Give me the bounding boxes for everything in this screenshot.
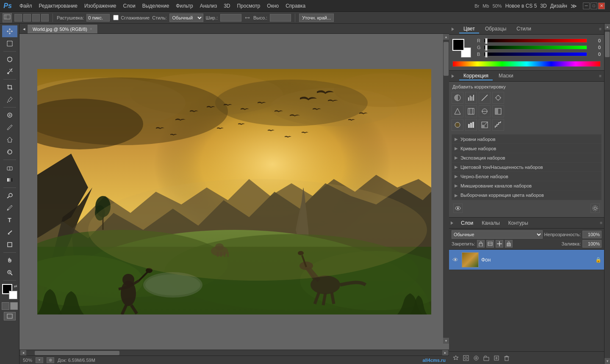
lock-image-btn[interactable] bbox=[486, 240, 494, 248]
panel-scroll-thumb[interactable] bbox=[605, 32, 610, 57]
correction-settings-icon[interactable] bbox=[591, 204, 600, 213]
width-input[interactable] bbox=[220, 14, 241, 22]
menu-layers[interactable]: Слои bbox=[120, 2, 139, 10]
move-tool[interactable] bbox=[2, 25, 17, 37]
swap-wh-icon[interactable] bbox=[244, 14, 251, 21]
correction-eye-icon[interactable] bbox=[453, 204, 463, 213]
opacity-input[interactable] bbox=[582, 231, 602, 238]
menu-help[interactable]: Справка bbox=[282, 2, 309, 10]
color-spectrum[interactable] bbox=[452, 61, 601, 67]
panel-collapse-btn[interactable] bbox=[452, 25, 458, 34]
menu-3d[interactable]: 3D bbox=[220, 2, 233, 10]
menu-select[interactable]: Выделение bbox=[139, 2, 173, 10]
correction-collapse-btn[interactable] bbox=[452, 72, 458, 81]
color-tab[interactable]: Цвет bbox=[459, 25, 479, 33]
layers-content[interactable]: 👁 Фон 🔒 bbox=[449, 250, 604, 351]
levels-icon[interactable] bbox=[465, 92, 477, 104]
curves-icon[interactable] bbox=[479, 92, 491, 104]
refine-edge-button[interactable]: Уточн. край... bbox=[299, 14, 334, 22]
path-select-tool[interactable] bbox=[2, 226, 17, 238]
correction-panel-menu[interactable]: ≡ bbox=[599, 74, 602, 78]
color-panel-menu[interactable]: ≡ bbox=[599, 27, 602, 31]
channel-mixer-icon[interactable] bbox=[465, 119, 477, 131]
paths-tab[interactable]: Контуры bbox=[504, 219, 532, 227]
horizontal-scrollbar[interactable]: ◂ ▸ bbox=[19, 350, 449, 356]
corr-item-hsl[interactable]: ▶ Цветовой тон/Насыщенность наборов bbox=[452, 163, 601, 172]
g-slider-thumb[interactable] bbox=[485, 45, 488, 51]
height-input[interactable] bbox=[270, 14, 291, 22]
swatches-tab[interactable]: Образцы bbox=[481, 25, 510, 33]
document-tab[interactable]: World.jpg @ 50% (RGB/8) × bbox=[27, 24, 98, 33]
standard-mode-btn[interactable] bbox=[2, 302, 9, 310]
layers-collapse-btn[interactable] bbox=[451, 218, 457, 228]
menu-image[interactable]: Изображение bbox=[81, 2, 120, 10]
workspace-design[interactable]: Дизайн bbox=[550, 3, 567, 9]
brush-tool[interactable] bbox=[2, 121, 17, 133]
b-slider-thumb[interactable] bbox=[485, 52, 488, 58]
menu-filter[interactable]: Фильтр bbox=[172, 2, 196, 10]
document-tab-close[interactable]: × bbox=[90, 27, 92, 31]
corr-item-bw[interactable]: ▶ Черно-Белое наборов bbox=[452, 172, 601, 181]
screen-mode-btn[interactable] bbox=[4, 312, 16, 320]
masks-tab[interactable]: Маски bbox=[494, 72, 518, 80]
scroll-right-btn[interactable]: ▸ bbox=[442, 350, 448, 356]
eyedropper-tool[interactable] bbox=[2, 94, 17, 105]
corr-item-curves[interactable]: ▶ Кривые наборов bbox=[452, 144, 601, 153]
maximize-button[interactable]: □ bbox=[591, 3, 597, 9]
spot-heal-tool[interactable] bbox=[2, 109, 17, 121]
marquee-tool[interactable] bbox=[2, 38, 17, 50]
pen-tool[interactable] bbox=[2, 202, 17, 214]
fg-bg-colors[interactable]: ⇄ bbox=[2, 284, 17, 299]
scroll-thumb-h[interactable] bbox=[35, 351, 119, 355]
corr-item-channel[interactable]: ▶ Микширование каналов наборов bbox=[452, 181, 601, 190]
blend-mode-select[interactable]: Обычные bbox=[452, 230, 543, 239]
new-fill-layer-btn[interactable] bbox=[472, 354, 480, 362]
menu-edit[interactable]: Редактирование bbox=[36, 2, 81, 10]
r-slider-thumb[interactable] bbox=[485, 38, 488, 44]
menu-view[interactable]: Просмотр bbox=[233, 2, 263, 10]
styles-tab[interactable]: Стили bbox=[512, 25, 535, 33]
scroll-down-btn[interactable]: ▼ bbox=[443, 338, 449, 344]
crop-tool[interactable] bbox=[2, 81, 17, 93]
add-mask-btn[interactable] bbox=[462, 354, 470, 362]
clone-tool[interactable] bbox=[2, 134, 17, 146]
minimize-button[interactable]: ─ bbox=[583, 3, 590, 9]
corr-item-exposure[interactable]: ▶ Экспозиция наборов bbox=[452, 153, 601, 163]
tool-preset-picker[interactable] bbox=[3, 13, 12, 22]
correction-tab[interactable]: Коррекция bbox=[459, 72, 493, 80]
background-color[interactable] bbox=[9, 291, 17, 299]
menu-file[interactable]: Файл bbox=[16, 2, 36, 10]
vertical-scrollbar[interactable]: ▲ ▼ bbox=[443, 34, 449, 344]
posterize-icon[interactable] bbox=[492, 119, 504, 131]
layer-fx-btn[interactable] bbox=[452, 354, 460, 362]
text-tool[interactable]: T bbox=[2, 214, 17, 226]
g-slider-track[interactable] bbox=[484, 45, 587, 50]
zoom-popup-btn[interactable]: ▾ bbox=[36, 357, 43, 363]
tab-scroll-left[interactable]: ◂ bbox=[21, 24, 27, 33]
colorbalance-icon[interactable] bbox=[479, 105, 491, 117]
sub-sel-btn[interactable] bbox=[32, 14, 40, 22]
magic-wand-tool[interactable] bbox=[2, 66, 17, 77]
corr-item-levels[interactable]: ▶ Уровни наборов bbox=[452, 135, 601, 144]
quick-mask-btn[interactable] bbox=[10, 302, 18, 310]
lock-all-btn[interactable] bbox=[505, 240, 513, 248]
scroll-left-btn[interactable]: ◂ bbox=[20, 350, 26, 356]
corr-item-selective[interactable]: ▶ Выборочная коррекция цвета наборов bbox=[452, 190, 601, 200]
panel-scroll-down[interactable]: ▼ bbox=[604, 358, 610, 364]
fit-screen-btn[interactable]: ⊕ bbox=[47, 357, 54, 363]
channels-tab[interactable]: Каналы bbox=[477, 219, 504, 227]
history-brush-tool[interactable] bbox=[2, 146, 17, 158]
exposure-icon[interactable] bbox=[492, 92, 504, 104]
hand-tool[interactable] bbox=[2, 254, 17, 266]
fg-swatch[interactable] bbox=[452, 39, 464, 51]
zoom-tool[interactable] bbox=[2, 267, 17, 279]
new-sel-btn[interactable] bbox=[14, 14, 22, 22]
gradient-tool[interactable] bbox=[2, 174, 17, 186]
antialiasing-checkbox[interactable] bbox=[113, 15, 119, 20]
feather-input[interactable] bbox=[86, 14, 110, 22]
close-button[interactable]: ✕ bbox=[598, 3, 605, 9]
lasso-tool[interactable] bbox=[2, 53, 17, 65]
canvas-scroll-area[interactable]: ▲ ▼ bbox=[19, 34, 449, 350]
panel-scroll-up[interactable]: ▲ bbox=[604, 24, 610, 30]
scroll-up-btn[interactable]: ▲ bbox=[443, 34, 449, 40]
